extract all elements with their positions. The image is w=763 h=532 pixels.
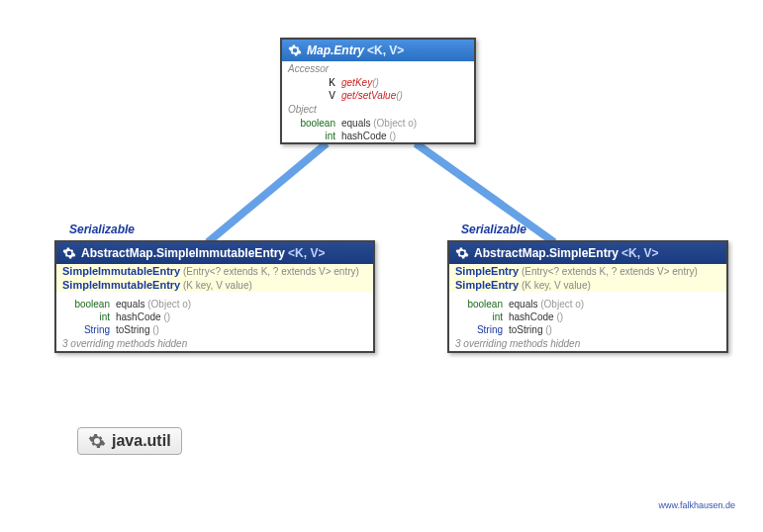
ctor-name: SimpleEntry	[455, 279, 519, 291]
method-name: toString ()	[116, 324, 159, 335]
class-simple-immutable-entry: AbstractMap.SimpleImmutableEntry <K, V> …	[54, 240, 375, 353]
ctor-row: SimpleImmutableEntry (K key, V value)	[56, 278, 373, 292]
return-type: K	[288, 77, 335, 88]
return-type: int	[455, 311, 503, 322]
ctor-row: SimpleEntry (K key, V value)	[449, 278, 726, 292]
method-name: getKey()	[341, 77, 379, 88]
method-name: toString ()	[509, 324, 552, 335]
member-row: String toString ()	[449, 323, 726, 336]
hidden-methods-note: 3 overriding methods hidden	[56, 336, 373, 351]
member-row: boolean equals (Object o)	[282, 117, 474, 130]
gear-icon	[288, 44, 302, 57]
ctor-name: SimpleEntry	[455, 265, 519, 277]
return-type: V	[288, 90, 335, 101]
section-label-object: Object	[282, 102, 474, 117]
class-header: AbstractMap.SimpleEntry <K, V>	[449, 242, 726, 264]
ctor-params: (K key, V value)	[180, 280, 252, 291]
return-type: boolean	[288, 118, 335, 129]
hidden-methods-note: 3 overriding methods hidden	[449, 336, 726, 351]
section-label-accessor: Accessor	[282, 61, 474, 76]
member-row: String toString ()	[56, 323, 373, 336]
member-row: int hashCode ()	[282, 130, 474, 142]
ctor-params: (K key, V value)	[519, 280, 591, 291]
interface-name: Map.Entry	[307, 44, 364, 57]
gear-icon	[62, 246, 76, 260]
ctor-params: (Entry<? extends K, ? extends V> entry)	[180, 266, 359, 277]
member-row: int hashCode ()	[449, 310, 726, 323]
ctor-name: SimpleImmutableEntry	[62, 265, 180, 277]
member-row: V get/setValue()	[282, 89, 474, 102]
class-name: AbstractMap.SimpleImmutableEntry	[81, 246, 285, 260]
member-row: int hashCode ()	[56, 310, 373, 323]
stereotype-serializable-left: Serializable	[69, 222, 135, 236]
footer-link[interactable]: www.falkhausen.de	[658, 500, 735, 510]
return-type: String	[62, 324, 110, 335]
method-name: get/setValue()	[341, 90, 403, 101]
member-row: boolean equals (Object o)	[56, 298, 373, 310]
ctor-name: SimpleImmutableEntry	[62, 279, 180, 291]
method-name: equals (Object o)	[341, 118, 417, 129]
interface-type-params: <K, V>	[367, 44, 404, 57]
class-header: AbstractMap.SimpleImmutableEntry <K, V>	[56, 242, 373, 264]
class-simple-entry: AbstractMap.SimpleEntry <K, V> SimpleEnt…	[447, 240, 728, 353]
return-type: int	[62, 311, 110, 322]
stereotype-serializable-right: Serializable	[461, 222, 526, 236]
member-row: K getKey()	[282, 76, 474, 89]
class-type-params: <K, V>	[288, 246, 325, 260]
method-name: hashCode ()	[341, 131, 396, 141]
ctor-row: SimpleEntry (Entry<? extends K, ? extend…	[449, 264, 726, 278]
method-name: hashCode ()	[509, 311, 563, 322]
gear-icon	[455, 246, 469, 260]
package-badge: java.util	[77, 427, 182, 455]
package-name: java.util	[112, 432, 171, 450]
class-type-params: <K, V>	[621, 246, 658, 260]
method-name: hashCode ()	[116, 311, 170, 322]
class-name: AbstractMap.SimpleEntry	[474, 246, 619, 260]
member-row: boolean equals (Object o)	[449, 298, 726, 310]
method-name: equals (Object o)	[509, 299, 584, 310]
gear-icon	[88, 432, 106, 450]
method-name: equals (Object o)	[116, 299, 191, 310]
return-type: int	[288, 131, 335, 141]
ctor-row: SimpleImmutableEntry (Entry<? extends K,…	[56, 264, 373, 278]
return-type: boolean	[455, 299, 503, 310]
return-type: boolean	[62, 299, 110, 310]
interface-map-entry: Map.Entry <K, V> Accessor K getKey() V g…	[280, 38, 476, 144]
ctor-params: (Entry<? extends K, ? extends V> entry)	[519, 266, 698, 277]
interface-header: Map.Entry <K, V>	[282, 40, 474, 61]
return-type: String	[455, 324, 503, 335]
